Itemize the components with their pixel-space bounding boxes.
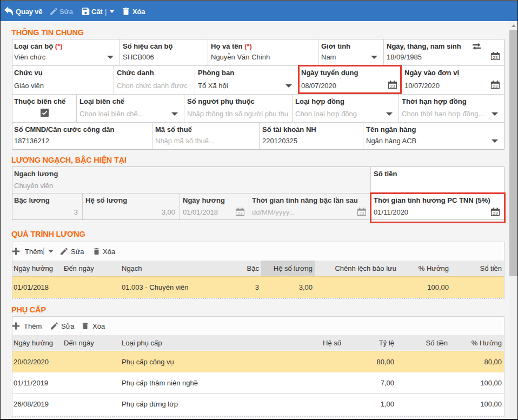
svg-text:23: 23 [238, 211, 243, 216]
svg-text:23: 23 [360, 211, 364, 216]
svg-text:23: 23 [493, 55, 498, 60]
svg-text:23: 23 [390, 84, 395, 89]
svg-text:23: 23 [493, 211, 498, 216]
svg-text:23: 23 [493, 84, 498, 89]
